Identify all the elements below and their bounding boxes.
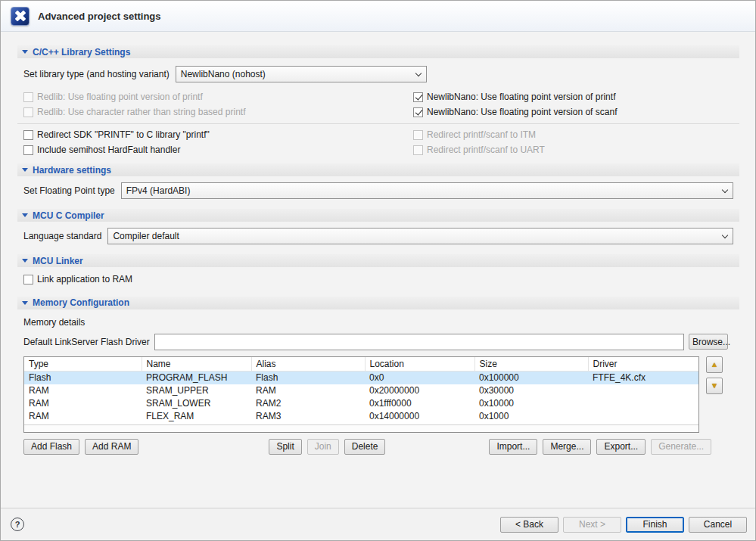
language-standard-row: Language standard Compiler default bbox=[23, 228, 733, 244]
section-title-hardware: Hardware settings bbox=[33, 165, 111, 176]
checkbox-box bbox=[413, 130, 423, 140]
merge-button[interactable]: Merge... bbox=[543, 439, 591, 455]
checkbox-newlibnano-fp-scanf[interactable]: NewlibNano: Use floating point version o… bbox=[413, 107, 739, 117]
section-title-linker: MCU Linker bbox=[33, 256, 83, 266]
checkbox-box bbox=[413, 92, 423, 102]
language-standard-label: Language standard bbox=[23, 231, 101, 241]
section-title-library: C/C++ Library Settings bbox=[33, 47, 130, 58]
cancel-button[interactable]: Cancel bbox=[689, 517, 747, 533]
flash-driver-label: Default LinkServer Flash Driver bbox=[23, 337, 150, 347]
cell-driver bbox=[588, 397, 698, 410]
flash-driver-input[interactable] bbox=[154, 334, 684, 350]
checkbox-label: Redlib: Use character rather than string… bbox=[37, 107, 245, 117]
next-button[interactable]: Next > bbox=[563, 517, 621, 533]
cell-name: SRAM_LOWER bbox=[142, 397, 251, 410]
section-header-compiler[interactable]: MCU C Compiler bbox=[17, 209, 739, 222]
column-header-driver[interactable]: Driver bbox=[588, 357, 698, 372]
cell-driver bbox=[588, 410, 698, 423]
section-header-memory[interactable]: Memory Configuration bbox=[17, 297, 739, 309]
checkbox-box bbox=[413, 107, 423, 117]
add-flash-button[interactable]: Add Flash bbox=[23, 439, 79, 455]
cell-alias: Flash bbox=[251, 372, 365, 384]
floating-point-value: FPv4 (HardABI) bbox=[126, 185, 717, 196]
table-row-sram-upper[interactable]: RAM SRAM_UPPER RAM 0x20000000 0x30000 bbox=[24, 384, 698, 397]
export-button[interactable]: Export... bbox=[596, 439, 646, 455]
checkbox-label: Redirect printf/scanf to UART bbox=[427, 145, 545, 155]
collapse-arrow-icon bbox=[22, 50, 28, 54]
column-header-location[interactable]: Location bbox=[365, 357, 474, 372]
advanced-project-settings-dialog: Advanced project settings C/C++ Library … bbox=[0, 0, 756, 541]
checkbox-box bbox=[23, 275, 33, 284]
move-up-button[interactable]: ▲ bbox=[706, 356, 723, 373]
back-button[interactable]: < Back bbox=[500, 517, 558, 533]
checkbox-redirect-sdk-printf[interactable]: Redirect SDK "PRINTF" to C library "prin… bbox=[23, 129, 413, 140]
checkbox-label: Redlib: Use floating point version of pr… bbox=[37, 92, 203, 102]
checkbox-newlibnano-fp-printf[interactable]: NewlibNano: Use floating point version o… bbox=[413, 92, 739, 102]
checkbox-label: Redirect SDK "PRINTF" to C library "prin… bbox=[37, 129, 210, 140]
generate-button[interactable]: Generate... bbox=[651, 439, 711, 455]
checkbox-box bbox=[413, 145, 423, 155]
column-header-name[interactable]: Name bbox=[142, 357, 251, 372]
cell-name: FLEX_RAM bbox=[142, 410, 251, 423]
checkbox-link-application-to-ram[interactable]: Link application to RAM bbox=[23, 274, 132, 284]
table-row-sram-lower[interactable]: RAM SRAM_LOWER RAM2 0x1fff0000 0x10000 bbox=[24, 397, 698, 410]
cell-location: 0x14000000 bbox=[365, 410, 474, 423]
checkbox-redlib-fp-printf[interactable]: Redlib: Use floating point version of pr… bbox=[23, 92, 413, 102]
floating-point-row: Set Floating Point type FPv4 (HardABI) bbox=[23, 182, 733, 199]
language-standard-select[interactable]: Compiler default bbox=[107, 228, 733, 244]
question-mark-icon: ? bbox=[15, 520, 20, 529]
section-title-compiler: MCU C Compiler bbox=[33, 210, 104, 221]
library-type-row: Set library type (and hosting variant) N… bbox=[23, 66, 739, 82]
arrow-down-icon: ▼ bbox=[711, 382, 718, 390]
library-type-value: NewlibNano (nohost) bbox=[181, 69, 411, 79]
checkbox-redlib-char-printf[interactable]: Redlib: Use character rather than string… bbox=[23, 107, 413, 117]
column-header-alias[interactable]: Alias bbox=[251, 357, 365, 372]
checkbox-box bbox=[23, 145, 33, 155]
checkbox-label: Redirect printf/scanf to ITM bbox=[427, 129, 536, 140]
flash-driver-row: Default LinkServer Flash Driver Browse..… bbox=[23, 334, 728, 350]
cell-alias: RAM3 bbox=[251, 410, 365, 423]
table-row-flex-ram[interactable]: RAM FLEX_RAM RAM3 0x14000000 0x1000 bbox=[24, 410, 698, 423]
cell-type: RAM bbox=[24, 384, 142, 397]
import-button[interactable]: Import... bbox=[489, 439, 537, 455]
move-down-button[interactable]: ▼ bbox=[706, 378, 723, 394]
help-button[interactable]: ? bbox=[11, 518, 24, 531]
language-standard-value: Compiler default bbox=[113, 231, 717, 241]
checkbox-redirect-itm[interactable]: Redirect printf/scanf to ITM bbox=[413, 129, 739, 140]
wizard-body: C/C++ Library Settings Set library type … bbox=[1, 32, 755, 508]
section-header-hardware[interactable]: Hardware settings bbox=[17, 163, 739, 176]
cell-location: 0x0 bbox=[365, 372, 474, 384]
section-header-linker[interactable]: MCU Linker bbox=[17, 254, 739, 267]
delete-button[interactable]: Delete bbox=[344, 439, 386, 455]
table-row-program-flash[interactable]: Flash PROGRAM_FLASH Flash 0x0 0x100000 F… bbox=[24, 372, 698, 384]
cell-type: RAM bbox=[24, 397, 142, 410]
cell-type: RAM bbox=[24, 410, 142, 423]
checkbox-label: Include semihost HardFault handler bbox=[37, 145, 180, 155]
section-divider bbox=[17, 123, 739, 124]
cell-name: PROGRAM_FLASH bbox=[142, 372, 251, 384]
cell-size: 0x100000 bbox=[474, 372, 588, 384]
row-reorder-controls: ▲ ▼ bbox=[706, 356, 724, 433]
arrow-up-icon: ▲ bbox=[711, 361, 718, 368]
column-header-size[interactable]: Size bbox=[474, 357, 588, 372]
split-button[interactable]: Split bbox=[269, 439, 301, 455]
browse-button[interactable]: Browse... bbox=[689, 334, 728, 350]
finish-button[interactable]: Finish bbox=[626, 517, 684, 533]
mcuxpresso-logo-icon bbox=[11, 7, 30, 26]
section-header-library[interactable]: C/C++ Library Settings bbox=[17, 45, 739, 58]
table-filler-row bbox=[24, 424, 698, 432]
cell-alias: RAM2 bbox=[251, 397, 365, 410]
cell-driver: FTFE_4K.cfx bbox=[588, 372, 698, 384]
floating-point-select[interactable]: FPv4 (HardABI) bbox=[121, 182, 733, 199]
cell-driver bbox=[588, 384, 698, 397]
column-header-type[interactable]: Type bbox=[24, 357, 142, 372]
memory-actions-row: Add Flash Add RAM Split Join Delete Impo… bbox=[23, 439, 739, 455]
add-ram-button[interactable]: Add RAM bbox=[85, 439, 138, 455]
checkbox-redirect-uart[interactable]: Redirect printf/scanf to UART bbox=[413, 145, 739, 155]
checkbox-semihost-hardfault[interactable]: Include semihost HardFault handler bbox=[23, 145, 413, 155]
library-type-select[interactable]: NewlibNano (nohost) bbox=[176, 66, 427, 82]
cell-alias: RAM bbox=[251, 384, 365, 397]
library-checkbox-grid-1: Redlib: Use floating point version of pr… bbox=[23, 92, 739, 117]
collapse-arrow-icon bbox=[22, 213, 28, 217]
join-button[interactable]: Join bbox=[307, 439, 339, 455]
